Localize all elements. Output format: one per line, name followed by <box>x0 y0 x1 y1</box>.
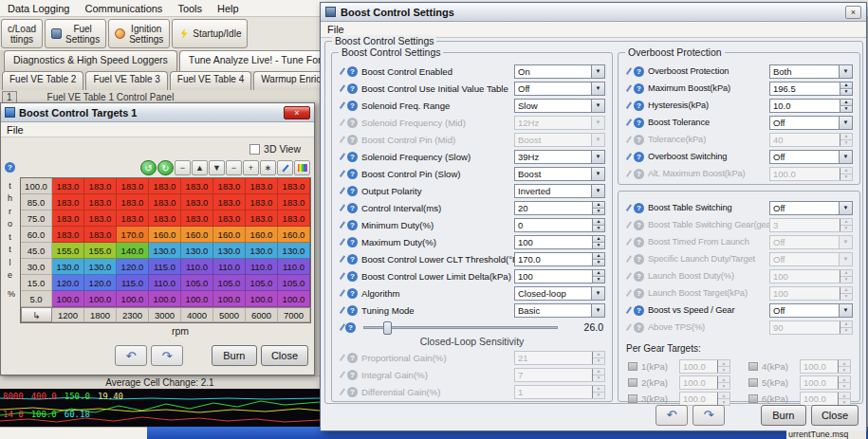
table-cell[interactable]: 160.0 <box>181 227 213 243</box>
table-cell[interactable]: 183.0 <box>84 227 117 243</box>
table-cell[interactable]: 160.0 <box>149 227 181 243</box>
combo-boost-vs-speed-gear[interactable]: Off▼ <box>769 303 853 318</box>
spinner-boost-control-lower-clt-threshold-f[interactable]: 170.0▲▼ <box>514 252 605 266</box>
close-icon[interactable]: × <box>284 106 310 119</box>
table-cell[interactable]: 183.0 <box>213 178 246 194</box>
chevron-down-icon[interactable]: ▼ <box>591 65 604 78</box>
undo-button[interactable]: ↶ <box>656 405 688 426</box>
table-cell[interactable]: 130.0 <box>213 243 246 259</box>
chevron-down-icon[interactable]: ▼ <box>839 202 852 214</box>
combo-boost-control-enabled[interactable]: On▼ <box>514 64 605 79</box>
slider-thumb[interactable] <box>383 321 392 335</box>
table-cell[interactable]: 110.0 <box>278 259 310 275</box>
table-cell[interactable]: 130.0 <box>149 243 181 259</box>
help-icon[interactable]: ? <box>5 162 15 173</box>
table-cell[interactable]: 183.0 <box>149 178 181 194</box>
table-cell[interactable]: 100.0 <box>246 291 278 307</box>
table-cell[interactable]: 115.0 <box>149 259 181 275</box>
combo-overboost-switching[interactable]: Off▼ <box>769 150 853 164</box>
table-cell[interactable]: 183.0 <box>181 194 213 210</box>
chevron-down-icon[interactable]: ▼ <box>591 168 604 180</box>
table-cell[interactable]: 183.0 <box>181 210 213 227</box>
redo-button[interactable]: ↷ <box>151 345 183 366</box>
table-cell[interactable]: 100.0 <box>181 291 213 307</box>
table-cell[interactable]: 183.0 <box>278 210 310 227</box>
table-cell[interactable]: 183.0 <box>246 194 278 210</box>
table-cell[interactable]: 183.0 <box>278 178 310 194</box>
table-cell[interactable]: 105.0 <box>246 275 278 291</box>
spin-down-icon[interactable]: ▼ <box>593 242 604 248</box>
combo-output-polarity[interactable]: Inverted▼ <box>514 184 605 198</box>
table-cell[interactable]: 183.0 <box>117 194 149 210</box>
table-cell[interactable]: 120.0 <box>52 275 84 291</box>
table-cell[interactable]: 183.0 <box>246 210 278 227</box>
redo-button[interactable]: ↷ <box>693 405 725 426</box>
table-cell[interactable]: 100.0 <box>213 291 246 307</box>
table-cell[interactable]: 120.0 <box>84 275 117 291</box>
table-cell[interactable]: 160.0 <box>246 227 278 243</box>
table-cell[interactable]: 170.0 <box>117 227 149 243</box>
spin-down-icon[interactable]: ▼ <box>593 225 604 231</box>
table-cell[interactable]: 110.0 <box>246 259 278 275</box>
menu-data-logging[interactable]: Data Logging <box>0 3 77 14</box>
combo-overboost-protection[interactable]: Both▼ <box>769 64 853 79</box>
table-cell[interactable]: 183.0 <box>213 210 246 227</box>
spin-down-icon[interactable]: ▼ <box>593 259 604 265</box>
tab-warmup-enrichme[interactable]: Warmup Enrichme <box>253 71 320 90</box>
close-icon[interactable]: × <box>845 6 861 19</box>
combo-boost-control-use-initial-value-table[interactable]: Off▼ <box>514 82 605 96</box>
combo-solenoid-frequency-slow[interactable]: 39Hz▼ <box>514 150 605 164</box>
table-cell[interactable]: 160.0 <box>213 227 246 243</box>
table-cell[interactable]: 110.0 <box>149 275 181 291</box>
chevron-down-icon[interactable]: ▼ <box>591 185 604 197</box>
table-cell[interactable]: 130.0 <box>84 259 117 275</box>
chevron-down-icon[interactable]: ▼ <box>591 287 604 300</box>
table-cell[interactable]: 183.0 <box>149 194 181 210</box>
table-cell[interactable]: 183.0 <box>117 210 149 227</box>
table-cell[interactable]: 100.0 <box>149 291 181 307</box>
table-cell[interactable]: 100.0 <box>84 291 117 307</box>
combo-solenoid-freq-range[interactable]: Slow▼ <box>514 99 605 113</box>
spin-down-icon[interactable]: ▼ <box>840 88 852 95</box>
table-cell[interactable]: 105.0 <box>278 275 310 291</box>
subtract-button[interactable]: − <box>226 160 242 175</box>
axis-corner-button[interactable]: ↳ <box>21 307 52 322</box>
undo-button[interactable]: ↺ <box>140 160 157 175</box>
table-cell[interactable]: 100.0 <box>278 291 310 307</box>
move-down-button[interactable]: ▼ <box>209 160 225 175</box>
spin-down-icon[interactable]: ▼ <box>593 276 604 283</box>
chevron-down-icon[interactable]: ▼ <box>591 151 604 163</box>
table-cell[interactable]: 183.0 <box>84 194 117 210</box>
table-cell[interactable]: 155.0 <box>84 243 117 259</box>
combo-algorithm[interactable]: Closed-loop▼ <box>514 286 605 301</box>
toolbar-basic-load-settings[interactable]: c/Loadttings <box>1 19 43 48</box>
move-up-button[interactable]: ▲ <box>192 160 208 175</box>
spinner-boost-control-lower-limit-delta-kpa[interactable]: 100▲▼ <box>514 269 605 284</box>
table-cell[interactable]: 183.0 <box>52 194 84 210</box>
table-cell[interactable]: 183.0 <box>213 194 246 210</box>
menu-file[interactable]: File <box>7 124 24 136</box>
table-cell[interactable]: 183.0 <box>52 210 84 227</box>
table-cell[interactable]: 183.0 <box>278 194 310 210</box>
scale-button[interactable]: ∗ <box>260 160 276 175</box>
decrement-button[interactable]: − <box>175 160 191 175</box>
tab-tune-analyze-live-tune-for-you[interactable]: Tune Analyze Live! - Tune For You <box>179 50 320 71</box>
view-3d-checkbox[interactable] <box>249 144 260 155</box>
palette-button[interactable] <box>294 160 310 175</box>
table-cell[interactable]: 183.0 <box>149 210 181 227</box>
chevron-down-icon[interactable]: ▼ <box>839 65 852 78</box>
toolbar-ignition-settings[interactable]: IgnitionSettings <box>108 19 170 48</box>
combo-tuning-mode[interactable]: Basic▼ <box>514 303 605 318</box>
table-cell[interactable]: 120.0 <box>117 259 149 275</box>
dialog-titlebar[interactable]: Boost Control Settings × <box>321 3 866 22</box>
spin-down-icon[interactable]: ▼ <box>840 105 852 112</box>
table-cell[interactable]: 183.0 <box>117 178 149 194</box>
close-button[interactable]: Close <box>811 405 859 426</box>
spinner-control-interval-ms[interactable]: 20▲▼ <box>514 201 605 215</box>
menu-file[interactable]: File <box>327 24 344 35</box>
tab-fuel-ve-table-4[interactable]: Fuel VE Table 4 <box>170 71 251 90</box>
burn-button[interactable]: Burn <box>212 345 257 366</box>
table-cell[interactable]: 110.0 <box>181 259 213 275</box>
table-cell[interactable]: 183.0 <box>84 210 117 227</box>
table-cell[interactable]: 100.0 <box>52 291 84 307</box>
